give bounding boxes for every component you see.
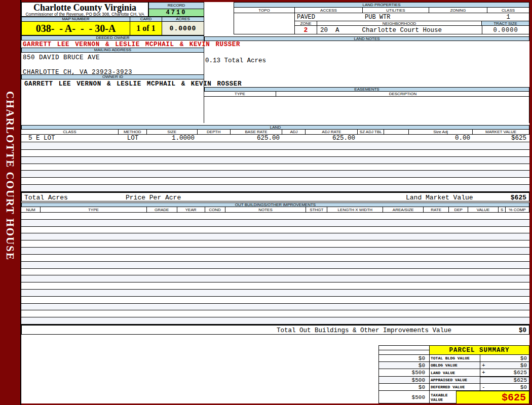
appraised-value-label: APPRAISED VALUE [430, 377, 480, 383]
empty-table-row [21, 150, 529, 157]
land-market-value: $625 [473, 135, 529, 142]
map-value-row: 038- - A- - - 30-A 1 of 1 0.0000 [21, 22, 204, 35]
prior-deferred-value: $0 [379, 384, 430, 390]
column-header-rate: RATE [424, 207, 449, 212]
taxable-value: $625 [457, 390, 529, 403]
deferred-value: $0 [488, 384, 529, 390]
out-buildings-empty-rows [21, 213, 529, 325]
appraised-value: $625 [488, 376, 529, 383]
empty-table-row [21, 157, 529, 164]
deeded-owner-label: DEEDED OWNER [21, 35, 204, 40]
map-number-value: 038- - A- - - 30-A [21, 22, 130, 35]
land-totals-row: Total Acres Price Per Acre Land Market V… [21, 192, 529, 201]
total-bldg-value-label: TOTAL BLDG VALUE [430, 355, 480, 361]
map-header-row: MAP NUMBER CARD ACRES [21, 17, 204, 22]
empty-table-row [21, 185, 529, 192]
zone-label: ZONE [295, 21, 317, 26]
empty-table-row [21, 310, 529, 317]
out-buildings-column-headers: NUM TYPE GRADE YEAR COND NOTES STHGT LEN… [21, 207, 529, 213]
column-header-pct-comp: % COMP [506, 207, 529, 212]
column-header-method: METHOD [119, 130, 147, 134]
price-per-acre-label: Price Per Acre [126, 194, 181, 201]
column-header-zoning: ZONING [429, 8, 487, 13]
column-header-num: NUM [21, 207, 41, 212]
county-title: Charlotte County Virginia [22, 3, 148, 12]
column-header-grade: GRADE [147, 207, 177, 212]
prior-total-bldg-value: $0 [379, 355, 430, 361]
property-record-card: CHARLOTTE COURT HOUSE LAND PROPERTIES TO… [0, 0, 532, 405]
column-header-sthgt: STHGT [306, 207, 327, 212]
land-adj-rate: 625.00 [306, 135, 358, 142]
empty-table-row [21, 178, 529, 185]
empty-table-row [21, 240, 529, 248]
parcel-summary-row-land: $500 LAND VALUE + $625 [379, 369, 529, 377]
deferred-operator: - [480, 384, 488, 390]
mailing-address-label: MAILING ADDRESS [21, 48, 204, 53]
empty-table-row [21, 304, 529, 311]
topo-value [234, 13, 295, 34]
parcel-summary-header-row: PARCEL SUMMARY [379, 346, 529, 355]
empty-table-row [21, 282, 529, 290]
land-value-label: LAND VALUE [430, 369, 480, 376]
column-header-notes: NOTES [225, 207, 307, 212]
column-header-access: ACCESS [295, 8, 363, 13]
out-buildings-section-header: OUT BUILDINGS/OTHER IMPROVEMENTS [21, 202, 529, 207]
owner-section: Charlotte County Virginia Commissioner o… [21, 2, 204, 123]
column-header-class: CLASS [487, 8, 529, 13]
utilities-value: PUB WTR [365, 14, 390, 21]
column-header-market-value: MARKET VALUE [473, 130, 529, 134]
parcel-summary-row-deferred: $0 DEFERRED VALUE - $0 [379, 384, 529, 391]
land-table-row: 5 E LOT LOT 1.0000 625.00 625.00 0.00 $6… [21, 135, 529, 142]
column-header-easement-description: DESCRIPTION [276, 92, 529, 96]
prior-land-value: $500 [379, 369, 430, 376]
land-section-header: LAND [21, 125, 529, 130]
record-box: RECORD 4710 [148, 2, 204, 17]
land-properties-table: LAND PROPERTIES TOPO ACCESS UTILITIES ZO… [234, 2, 529, 34]
column-header-cond: COND [205, 207, 225, 212]
parcel-summary-row-appraised: $500 APPRAISED VALUE $625 [379, 377, 529, 384]
land-notes-header: LAND NOTES [204, 36, 529, 41]
total-acres-label: Total Acres [24, 194, 68, 201]
map-number-label: MAP NUMBER [21, 17, 130, 22]
land-size: 1.0000 [147, 135, 198, 142]
land-value: $625 [488, 369, 529, 376]
column-header-size: SIZE [147, 130, 198, 134]
acres-value: 0.0000 [162, 22, 204, 35]
owner-id-label: OWNER ID [21, 74, 204, 79]
prior-obldg-value: $0 [379, 362, 430, 369]
sidebar-vertical-title: CHARLOTTE COURT HOUSE [4, 91, 16, 261]
column-header-year: YEAR [177, 207, 205, 212]
tract-size-label: TRACT SIZE [482, 21, 529, 26]
column-header-type: TYPE [41, 207, 147, 212]
column-header-sz-adj-tbl: SZ ADJ TBL [358, 130, 384, 134]
column-header-blank [384, 130, 409, 134]
acres-label: ACRES [162, 17, 204, 22]
land-method: LOT [119, 135, 147, 142]
access-value: PAVED [297, 14, 315, 21]
out-buildings-total-label: Total Out Buildings & Other Improvements… [277, 327, 451, 334]
land-operator: + [480, 369, 488, 376]
column-header-length-width: LENGTH X WIDTH [327, 207, 383, 212]
column-header-area-size: AREA/SIZE [383, 207, 424, 212]
zone-value: 2 [295, 26, 317, 34]
empty-table-row [21, 297, 529, 304]
out-buildings-total-value: $0 [519, 327, 526, 334]
column-header-class: CLASS [21, 130, 119, 134]
county-title-box: Charlotte County Virginia Commissioner o… [21, 2, 148, 17]
land-class: 5 E LOT [21, 135, 119, 142]
empty-table-row [21, 227, 529, 234]
empty-table-row [21, 269, 529, 276]
class-value: 1 [487, 14, 529, 21]
empty-table-row [21, 262, 529, 269]
column-header-adj-rate: ADJ RATE [306, 130, 358, 134]
county-sidebar: CHARLOTTE COURT HOUSE [0, 0, 21, 405]
empty-table-row [21, 143, 529, 150]
column-header-s: S [499, 207, 506, 212]
column-header-utilities: UTILITIES [363, 8, 429, 13]
easements-column-headers: TYPE DESCRIPTION [204, 92, 529, 97]
column-header-easement-type: TYPE [204, 92, 276, 96]
neighborhood-value: 20 A Charlotte Court House [320, 27, 442, 34]
card-value: 1 of 1 [130, 22, 162, 35]
prior-appraised-value: $500 [379, 377, 430, 383]
total-bldg-operator [480, 355, 488, 361]
